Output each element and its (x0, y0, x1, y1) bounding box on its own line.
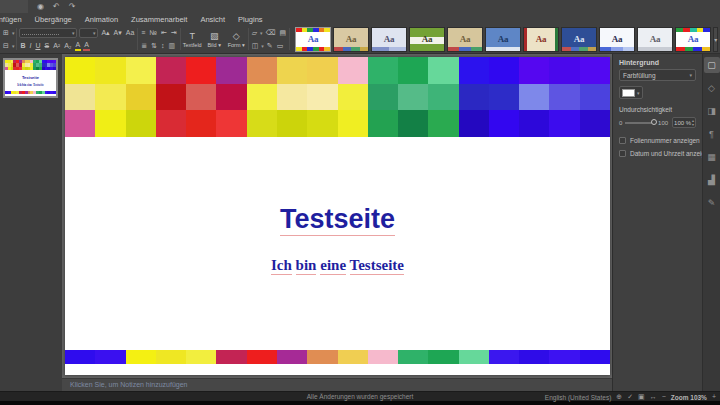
clear-style-icon[interactable]: ⌫ (265, 27, 277, 38)
spin-down-icon[interactable]: ▾ (692, 123, 694, 127)
arrange-shapes-icon[interactable]: ▱ (251, 27, 258, 38)
theme-thumbnail-5[interactable]: Aa (447, 27, 483, 52)
shape-settings-icon[interactable]: ◇ (704, 80, 720, 96)
theme-thumbnail-1[interactable]: Aa (295, 27, 331, 52)
opacity-spinner[interactable]: 100 % ▴▾ (672, 117, 696, 128)
bullets-icon[interactable]: ≡ (140, 27, 146, 38)
header-footer-icon[interactable]: ▤ (279, 27, 288, 38)
theme-gallery-expand-button[interactable]: ▾ (713, 27, 718, 52)
menu-tab-ansicht[interactable]: Ansicht (200, 15, 225, 24)
slide-header-art (65, 57, 610, 137)
paragraph-settings-icon[interactable]: ¶ (704, 126, 720, 142)
save-icon[interactable]: ◉ (37, 0, 44, 13)
menu-tab-plugins[interactable]: Plugins (238, 15, 263, 24)
horizontal-align-icon[interactable]: ≣ (140, 40, 148, 51)
insert-textbox-button[interactable]: TTextfeld (183, 30, 202, 49)
decrease-indent-icon[interactable]: ⇤ (160, 27, 168, 38)
slide-settings-icon[interactable]: ▢ (704, 57, 720, 73)
table-settings-icon[interactable]: ▦ (704, 149, 720, 165)
insert-image-button[interactable]: ▧Bild ▾ (205, 30, 224, 49)
option-datum[interactable]: Datum und Uhrzeit anzeigen (619, 150, 696, 157)
fit-width-icon[interactable]: ↔ (650, 392, 657, 402)
slide-thumbnail-1[interactable]: Testseite Ich bin eine Testseite (3, 58, 58, 98)
increase-font-icon[interactable]: A▴ (100, 27, 110, 38)
checkbox-icon[interactable] (619, 137, 626, 144)
image-settings-icon[interactable]: ◨ (704, 103, 720, 119)
menu-tab-zusammenarbeit[interactable]: Zusammenarbeit (131, 15, 187, 24)
menu-tab-animation[interactable]: Animation (85, 15, 118, 24)
theme-thumbnail-6[interactable]: Aa (485, 27, 521, 52)
theme-label: Aa (600, 34, 634, 44)
columns-icon[interactable]: ▥ (168, 40, 177, 51)
highlight-color-icon[interactable]: A (75, 40, 82, 51)
zoom-in-icon[interactable]: + (712, 392, 716, 402)
checkbox-label: Foliennummer anzeigen (630, 137, 700, 144)
opacity-slider[interactable] (625, 122, 655, 124)
theme-thumbnail-8[interactable]: Aa (561, 27, 597, 52)
menu-tab-einfgen[interactable]: Einfügen (0, 15, 22, 24)
slide-canvas: Testseite Ich bin eine Testseite (62, 54, 612, 378)
line-spacing-icon[interactable]: ↕ (160, 40, 166, 51)
slide-size-icon[interactable]: ▭ (276, 40, 285, 51)
background-color-picker[interactable]: ▾ (619, 86, 643, 99)
decrease-font-icon[interactable]: A▾ (113, 27, 123, 38)
strikethrough-icon[interactable]: S (43, 40, 50, 51)
font-size-combo[interactable]: ▾ (79, 28, 98, 38)
redo-icon[interactable]: ↷ (69, 0, 76, 13)
vertical-align-icon[interactable]: ⇅ (150, 40, 158, 51)
theme-thumbnail-11[interactable]: Aa (675, 27, 711, 52)
option-foliennummer[interactable]: Foliennummer anzeigen (619, 137, 696, 144)
theme-label: Aa (562, 34, 596, 44)
theme-thumbnail-9[interactable]: Aa (599, 27, 635, 52)
menu-tab-bergnge[interactable]: Übergänge (35, 15, 72, 24)
chart-settings-icon[interactable]: ▟ (704, 172, 720, 188)
subscript-icon[interactable]: A₂ (63, 40, 72, 51)
checkbox-icon[interactable] (619, 150, 626, 157)
add-slide-dropdown-icon[interactable]: ▾ (12, 30, 15, 36)
signature-settings-icon[interactable]: ✎ (704, 195, 720, 211)
language-selector[interactable]: English (United States) (545, 394, 611, 401)
insert-shape-button[interactable]: ◇Form ▾ (227, 30, 246, 49)
opacity-slider-handle[interactable] (651, 119, 657, 125)
opacity-value: 100 % (673, 120, 692, 126)
align-shapes-icon[interactable]: ◫ (251, 40, 260, 51)
app-logo (0, 0, 28, 13)
superscript-icon[interactable]: A² (52, 40, 61, 51)
theme-label: Aa (334, 34, 368, 44)
slide-subtitle[interactable]: Ich bin eine Testseite (65, 257, 610, 274)
numbering-icon[interactable]: № (148, 27, 158, 38)
fit-slide-icon[interactable]: ▣ (638, 392, 645, 402)
underline-icon[interactable]: U (34, 40, 41, 51)
zoom-out-icon[interactable]: − (662, 392, 666, 402)
undo-icon[interactable]: ↶ (53, 0, 60, 13)
increase-indent-icon[interactable]: ⇥ (170, 27, 178, 38)
font-color-icon[interactable]: A (83, 40, 90, 51)
slide[interactable]: Testseite Ich bin eine Testseite (65, 57, 610, 375)
fill-type-select[interactable]: Farbfüllung ▾ (619, 69, 696, 81)
set-language-icon[interactable]: ⊕ (616, 392, 622, 402)
theme-thumbnail-2[interactable]: Aa (333, 27, 369, 52)
italic-icon[interactable]: I (28, 40, 32, 51)
copy-style-icon[interactable]: ✎ (266, 40, 274, 51)
notes-placeholder[interactable]: Klicken Sie, um Notizen hinzuzufügen (62, 378, 612, 391)
fill-type-value: Farbfüllung (623, 72, 656, 79)
theme-thumbnail-3[interactable]: Aa (371, 27, 407, 52)
theme-thumbnail-7[interactable]: Aa (523, 27, 559, 52)
thumbnail-header-art (5, 60, 56, 70)
slide-title[interactable]: Testseite (65, 204, 610, 235)
slide-thumbnails-panel: Testseite Ich bin eine Testseite (0, 54, 62, 391)
bold-icon[interactable]: B (19, 40, 26, 51)
save-status-text: Alle Änderungen wurden gespeichert (307, 392, 414, 402)
font-name-combo[interactable]: ▾ (19, 28, 77, 38)
slide-layout-dropdown-icon[interactable]: ▾ (12, 43, 15, 49)
zoom-level[interactable]: Zoom 103% (671, 394, 707, 401)
theme-thumbnail-4[interactable]: Aa (409, 27, 445, 52)
theme-label: Aa (486, 34, 520, 44)
checkbox-label: Datum und Uhrzeit anzeigen (630, 150, 712, 157)
change-case-icon[interactable]: Aa (125, 27, 136, 38)
spellcheck-icon[interactable]: ✓ (627, 392, 633, 402)
theme-thumbnail-10[interactable]: Aa (637, 27, 673, 52)
thumbnail-footer-art (5, 91, 56, 94)
slide-layout-icon[interactable]: ⊟ (2, 40, 10, 51)
add-slide-icon[interactable]: ⊞ (2, 27, 10, 38)
